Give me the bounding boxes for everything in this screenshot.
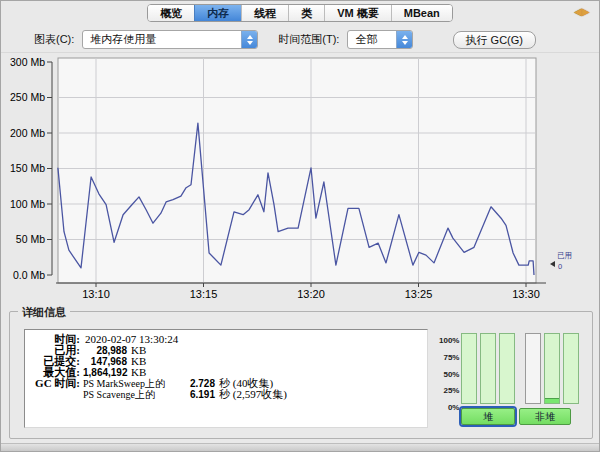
svg-text:200 Mb: 200 Mb — [10, 127, 45, 139]
tab-线程[interactable]: 线程 — [241, 5, 288, 21]
chart-x-axis: 13:1013:1513:2013:2513:30 — [56, 283, 546, 300]
memory-pool-bar-heap[interactable] — [461, 333, 477, 404]
svg-text:13:20: 13:20 — [297, 288, 325, 300]
time-range-label: 时间范围(T): — [278, 32, 339, 47]
svg-text:0.0 Mb: 0.0 Mb — [13, 269, 45, 281]
chevron-updown-icon — [241, 30, 257, 49]
svg-text:100 Mb: 100 Mb — [10, 198, 45, 210]
chart-y-axis: 300 Mb250 Mb200 Mb150 Mb100 Mb50 Mb0.0 M… — [10, 56, 52, 281]
svg-text:13:30: 13:30 — [512, 288, 540, 300]
tab-VM 概要[interactable]: VM 概要 — [324, 5, 391, 21]
svg-text:250 Mb: 250 Mb — [10, 91, 45, 103]
connect-arrows-icon: ◀▶ — [574, 6, 596, 18]
tab-概览[interactable]: 概览 — [148, 5, 194, 21]
memory-pool-bar-nonheap[interactable] — [563, 333, 579, 404]
chart-select-label: 图表(C): — [34, 32, 74, 47]
chart-select-value: 堆内存使用量 — [83, 32, 156, 47]
memory-pool-bar-nonheap[interactable] — [544, 333, 560, 404]
memory-pool-bars — [461, 333, 582, 404]
chart-plot-area — [58, 58, 536, 283]
memory-group-button-非堆[interactable]: 非堆 — [519, 408, 571, 425]
heap-usage-chart: 300 Mb250 Mb200 Mb150 Mb100 Mb50 Mb0.0 M… — [1, 55, 600, 305]
time-range-value: 全部 — [348, 32, 377, 47]
tab-MBean[interactable]: MBean — [391, 5, 452, 21]
chart-select[interactable]: 堆内存使用量 — [82, 30, 258, 49]
detail-row: PS Scavenge上的6.191秒 (2,597收集) — [25, 389, 427, 400]
memory-pool-bar-heap[interactable] — [499, 333, 515, 404]
svg-text:50 Mb: 50 Mb — [16, 233, 45, 245]
svg-text:已用: 已用 — [557, 251, 572, 260]
memory-group-buttons: 堆非堆 — [461, 408, 575, 425]
jconsole-memory-window: 概览内存线程类VM 概要MBean ◀▶ 图表(C): 堆内存使用量 时间范围(… — [0, 0, 600, 452]
details-box: 时间:2020-02-07 13:30:24已用:28,988KB已提交:147… — [24, 329, 428, 428]
svg-text:300 Mb: 300 Mb — [10, 56, 45, 68]
details-groupbox: 详细信息 时间:2020-02-07 13:30:24已用:28,988KB已提… — [9, 311, 593, 439]
tab-内存[interactable]: 内存 — [194, 5, 241, 21]
svg-text:13:15: 13:15 — [190, 288, 218, 300]
chevron-updown-icon — [396, 30, 412, 49]
memory-group-button-堆[interactable]: 堆 — [461, 408, 515, 425]
svg-text:150 Mb: 150 Mb — [10, 162, 45, 174]
svg-text:13:25: 13:25 — [405, 288, 433, 300]
details-title: 详细信息 — [18, 305, 70, 320]
detail-row: 时间:2020-02-07 13:30:24 — [25, 334, 427, 345]
tab-bar: 概览内存线程类VM 概要MBean — [1, 4, 599, 22]
window-bottom-edge — [1, 443, 599, 451]
perform-gc-button[interactable]: 执行 GC(G) — [453, 31, 536, 49]
detail-row: 已提交:147,968KB — [25, 356, 427, 367]
tab-segment-control: 概览内存线程类VM 概要MBean — [147, 4, 453, 22]
chart-toolbar: 图表(C): 堆内存使用量 时间范围(T): 全部 执行 GC(G) — [1, 27, 599, 53]
svg-text:0: 0 — [558, 262, 562, 271]
chart-legend: 已用0 — [550, 251, 572, 271]
svg-text:13:10: 13:10 — [82, 288, 110, 300]
memory-pool-bar-nonheap[interactable] — [525, 333, 541, 404]
detail-row: 已用:28,988KB — [25, 345, 427, 356]
time-range-select[interactable]: 全部 — [347, 30, 413, 49]
tab-类[interactable]: 类 — [288, 5, 324, 21]
pool-usage-fill — [545, 398, 559, 403]
memory-pool-bar-heap[interactable] — [480, 333, 496, 404]
